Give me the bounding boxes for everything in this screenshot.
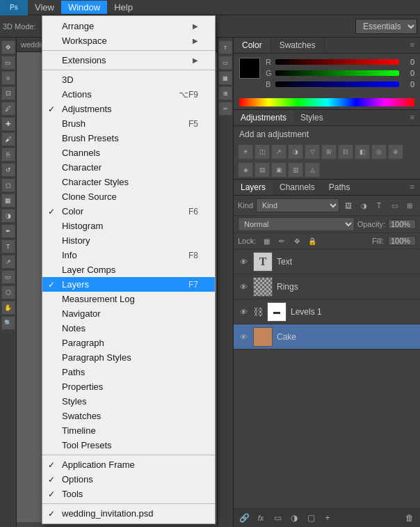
filter-smartobj-btn[interactable]: ⊞ [403, 199, 416, 212]
tool-pen[interactable]: ✒ [1, 224, 15, 238]
layers-panel-menu-icon[interactable]: ≡ [405, 180, 420, 195]
lock-all-btn[interactable]: 🔒 [306, 235, 318, 247]
menu-channels[interactable]: Channels [42, 145, 215, 160]
menu-adjustments[interactable]: Adjustments [42, 102, 215, 116]
layer-text[interactable]: 👁 T Text [234, 249, 420, 274]
adj-vibrance[interactable]: ▽ [305, 144, 320, 159]
filter-pixel-btn[interactable]: 🖼 [342, 199, 355, 212]
menu-layers[interactable]: Layers F7 [42, 277, 215, 292]
tool-gradient[interactable]: ▦ [1, 194, 15, 207]
fill-input[interactable] [388, 236, 416, 246]
menu-tools[interactable]: Tools [42, 487, 215, 501]
adj-colorbalance[interactable]: ⊟ [338, 144, 353, 159]
filter-type-btn[interactable]: T [373, 199, 385, 212]
lock-position-btn[interactable]: ✥ [291, 235, 303, 247]
layer-levels-visibility[interactable]: 👁 [238, 306, 249, 317]
menu-navigator[interactable]: Navigator [42, 306, 215, 321]
menu-application-frame[interactable]: Application Frame [42, 457, 215, 472]
tool-zoom[interactable]: 🔍 [1, 316, 15, 330]
menu-timeline[interactable]: Timeline [42, 423, 215, 438]
side-btn-3[interactable]: ▦ [218, 71, 232, 85]
adj-gradient[interactable]: ▥ [288, 162, 303, 178]
layer-levels[interactable]: 👁 ⛓ ▬ Levels 1 [234, 299, 420, 324]
layers-group-btn[interactable]: ▢ [305, 512, 317, 524]
menu-info[interactable]: Info F8 [42, 248, 215, 262]
layers-link-btn[interactable]: 🔗 [238, 512, 250, 524]
menu-paths[interactable]: Paths [42, 365, 215, 379]
adj-posterize[interactable]: ▤ [255, 162, 270, 178]
r-slider[interactable] [275, 59, 399, 65]
menubar-item-help[interactable]: Help [107, 1, 140, 14]
blend-mode-select[interactable]: Normal [238, 217, 355, 231]
menu-brush[interactable]: Brush F5 [42, 116, 215, 131]
workspace-select[interactable]: Essentials [355, 19, 417, 34]
menu-3d[interactable]: 3D [42, 72, 215, 87]
menu-character[interactable]: Character [42, 160, 215, 175]
adj-brightness[interactable]: ☀ [238, 144, 253, 159]
b-slider[interactable] [275, 81, 399, 87]
menu-history[interactable]: History [42, 233, 215, 248]
layers-new-btn[interactable]: + [321, 512, 334, 524]
adj-selectivecolor[interactable]: ◬ [305, 162, 320, 178]
filter-adj-btn[interactable]: ◑ [357, 199, 370, 212]
menubar-item-window[interactable]: Window [61, 1, 107, 14]
color-spectrum[interactable] [239, 98, 414, 107]
tool-history-brush[interactable]: ↺ [1, 163, 15, 177]
menu-clone-source[interactable]: Clone Source [42, 189, 215, 204]
adj-levels[interactable]: ◫ [255, 144, 270, 159]
layers-delete-btn[interactable]: 🗑 [403, 512, 416, 524]
adj-channelmix[interactable]: ⊕ [388, 144, 403, 159]
menu-swatches[interactable]: Swatches [42, 409, 215, 423]
menu-tool-presets[interactable]: Tool Presets [42, 438, 215, 453]
foreground-swatch[interactable] [239, 58, 260, 79]
tab-color[interactable]: Color [234, 38, 271, 53]
tool-heal[interactable]: ✚ [1, 117, 15, 131]
adj-threshold[interactable]: ▣ [271, 162, 286, 178]
tool-eraser[interactable]: ◻ [1, 178, 15, 192]
filter-shape-btn[interactable]: ▭ [388, 199, 401, 212]
menu-color[interactable]: Color F6 [42, 204, 215, 219]
tab-swatches[interactable]: Swatches [271, 38, 325, 53]
color-panel-menu-icon[interactable]: ≡ [405, 38, 420, 53]
layer-cake-visibility[interactable]: 👁 [238, 331, 249, 343]
tool-path-select[interactable]: ↗ [1, 255, 15, 269]
adj-exposure[interactable]: ◑ [288, 144, 303, 159]
layers-mask-btn[interactable]: ▭ [271, 512, 284, 524]
layer-rings-visibility[interactable]: 👁 [238, 281, 249, 292]
side-btn-1[interactable]: T [218, 40, 232, 54]
menu-layer-comps[interactable]: Layer Comps [42, 262, 215, 277]
kind-select[interactable]: Kind [256, 198, 339, 212]
menu-extensions[interactable]: Extensions ▶ [42, 53, 215, 68]
menu-paragraph-styles[interactable]: Paragraph Styles [42, 350, 215, 365]
tool-dodge[interactable]: ◑ [1, 209, 15, 223]
adj-photofilter[interactable]: ◎ [371, 144, 387, 159]
tool-eyedrop[interactable]: 🖊 [1, 102, 15, 116]
side-btn-5[interactable]: ✂ [218, 102, 232, 116]
layer-cake[interactable]: 👁 Cake [234, 324, 420, 349]
side-btn-4[interactable]: ⊞ [218, 86, 232, 100]
tool-lasso[interactable]: ⌾ [1, 71, 15, 85]
tab-layers[interactable]: Layers [234, 180, 273, 195]
layer-rings[interactable]: 👁 Rings [234, 274, 420, 299]
lock-pixels-btn[interactable]: ✏ [275, 235, 288, 247]
menu-options[interactable]: Options [42, 472, 215, 487]
g-slider[interactable] [275, 70, 399, 76]
menu-paragraph[interactable]: Paragraph [42, 336, 215, 350]
layers-adj-btn[interactable]: ◑ [288, 512, 300, 524]
menu-arrange[interactable]: Arrange ▶ [42, 19, 215, 33]
tool-crop[interactable]: ⊡ [1, 86, 15, 100]
adj-panel-menu-icon[interactable]: ≡ [405, 110, 420, 125]
tab-styles[interactable]: Styles [293, 110, 330, 125]
tool-3d[interactable]: ⬡ [1, 285, 15, 299]
tool-shape[interactable]: ▭ [1, 270, 15, 284]
menu-histogram[interactable]: Histogram [42, 219, 215, 233]
tool-clone[interactable]: ⎘ [1, 148, 15, 162]
adj-invert[interactable]: ◈ [238, 162, 253, 178]
adj-curves[interactable]: ↗ [271, 144, 286, 159]
lock-transparency-btn[interactable]: ▦ [260, 235, 273, 247]
tool-hand[interactable]: ✋ [1, 301, 15, 315]
tool-brush[interactable]: 🖌 [1, 132, 15, 146]
menu-wedding-file[interactable]: wedding_invitation.psd [42, 506, 215, 521]
side-btn-2[interactable]: ▭ [218, 56, 232, 70]
menu-measurement-log[interactable]: Measurement Log [42, 292, 215, 306]
